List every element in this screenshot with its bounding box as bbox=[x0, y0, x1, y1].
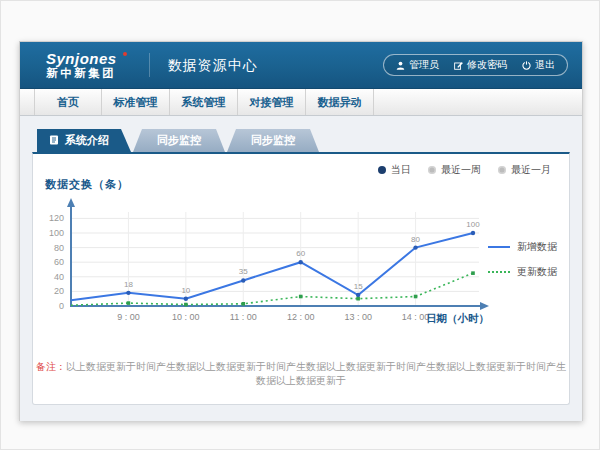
nav-item-interface-mgmt[interactable]: 对接管理 bbox=[238, 89, 306, 115]
brand-company: 新中新集团 bbox=[46, 67, 117, 79]
data-point bbox=[126, 291, 130, 295]
y-axis-arrow bbox=[67, 198, 75, 207]
data-point bbox=[356, 297, 360, 301]
x-tick-label: 11 : 00 bbox=[230, 312, 257, 322]
data-point-label: 18 bbox=[124, 280, 133, 289]
data-point bbox=[471, 271, 475, 275]
note-text: 以上数据更新于时间产生数据以上数据更新于时间产生数据以上数据更新于时间产生数据以… bbox=[66, 361, 566, 386]
tab-system-intro[interactable]: 系统介绍 bbox=[37, 129, 131, 152]
radio-option-last-month[interactable]: 最近一月 bbox=[498, 163, 551, 177]
line-chart: 0204060801001209 : 0010 : 0011 : 0012 : … bbox=[37, 192, 493, 344]
user-menu-label: 管理员 bbox=[409, 58, 439, 72]
legend-label: 新增数据 bbox=[517, 240, 557, 254]
user-icon bbox=[396, 61, 405, 70]
app-window: Synjones 新中新集团 数据资源中心 管理员 修改密码 bbox=[19, 41, 583, 421]
document-icon bbox=[49, 135, 59, 147]
data-point bbox=[241, 302, 245, 306]
radio-option-last-week[interactable]: 最近一周 bbox=[428, 163, 481, 177]
edit-icon bbox=[454, 61, 463, 70]
series-legend: 新增数据 更新数据 bbox=[488, 240, 557, 290]
app-title: 数据资源中心 bbox=[149, 53, 258, 77]
data-point-label: 35 bbox=[239, 267, 248, 276]
nav-item-system-mgmt[interactable]: 系统管理 bbox=[170, 89, 238, 115]
x-tick-label: 9 : 00 bbox=[117, 312, 140, 322]
tab-sync-monitor-2[interactable]: 同步监控 bbox=[227, 129, 319, 152]
data-point bbox=[414, 295, 418, 299]
tab-bar: 系统介绍 同步监控 同步监控 bbox=[32, 129, 570, 152]
radio-dot[interactable] bbox=[378, 166, 386, 174]
radio-label: 最近一月 bbox=[511, 163, 551, 177]
data-point-label: 100 bbox=[466, 220, 480, 229]
y-tick-label: 20 bbox=[54, 286, 64, 296]
y-tick-label: 0 bbox=[59, 301, 64, 311]
note-prefix: 备注： bbox=[36, 361, 66, 372]
radio-label: 当日 bbox=[391, 163, 411, 177]
radio-option-today[interactable]: 当日 bbox=[378, 163, 411, 177]
y-tick-label: 80 bbox=[54, 243, 64, 253]
content-area: 系统介绍 同步监控 同步监控 当日 最近一周 bbox=[20, 116, 582, 421]
data-point bbox=[356, 293, 360, 297]
user-menu-label: 退出 bbox=[535, 58, 555, 72]
user-menu-item-admin[interactable]: 管理员 bbox=[396, 58, 439, 72]
data-point-label: 15 bbox=[354, 282, 363, 291]
data-point bbox=[299, 295, 303, 299]
data-point bbox=[241, 278, 245, 282]
brand-name: Synjones bbox=[46, 51, 117, 67]
page-background: Synjones 新中新集团 数据资源中心 管理员 修改密码 bbox=[0, 0, 600, 450]
legend-swatch-solid-line bbox=[488, 246, 510, 248]
tab-label: 系统介绍 bbox=[65, 133, 109, 148]
data-point-label: 10 bbox=[181, 286, 190, 295]
tab-sync-monitor-1[interactable]: 同步监控 bbox=[133, 129, 225, 152]
chart-area: 0204060801001209 : 0010 : 0011 : 0012 : … bbox=[37, 192, 493, 344]
tab-label: 同步监控 bbox=[251, 133, 295, 148]
tab-label: 同步监控 bbox=[157, 133, 201, 148]
legend-swatch-dotted-line bbox=[488, 271, 510, 273]
data-point bbox=[471, 231, 475, 235]
x-axis-arrow bbox=[480, 302, 489, 310]
user-menu-item-password[interactable]: 修改密码 bbox=[454, 58, 507, 72]
user-menu: 管理员 修改密码 退出 bbox=[383, 54, 568, 76]
nav-item-home[interactable]: 首页 bbox=[34, 89, 102, 115]
power-icon bbox=[522, 61, 531, 70]
footer-note: 备注：以上数据更新于时间产生数据以上数据更新于时间产生数据以上数据更新于时间产生… bbox=[33, 360, 569, 388]
app-header: Synjones 新中新集团 数据资源中心 管理员 修改密码 bbox=[20, 42, 582, 89]
content-card: 当日 最近一周 最近一月 数据交换（条） 0204060801001209 : … bbox=[32, 152, 570, 405]
radio-dot[interactable] bbox=[428, 166, 436, 174]
nav-item-data-change[interactable]: 数据异动 bbox=[306, 89, 374, 115]
x-tick-label: 13 : 00 bbox=[344, 312, 372, 322]
y-tick-label: 100 bbox=[49, 228, 64, 238]
nav-item-standard-mgmt[interactable]: 标准管理 bbox=[102, 89, 170, 115]
data-point bbox=[127, 301, 131, 305]
brand-logo: Synjones 新中新集团 bbox=[46, 51, 133, 79]
x-tick-label: 12 : 00 bbox=[287, 312, 315, 322]
y-tick-label: 60 bbox=[54, 257, 64, 267]
logo-accent-dot bbox=[123, 52, 127, 56]
data-point bbox=[184, 303, 188, 307]
x-tick-label: 10 : 00 bbox=[172, 312, 200, 322]
legend-label: 更新数据 bbox=[517, 265, 557, 279]
time-range-controls: 当日 最近一周 最近一月 bbox=[378, 163, 551, 177]
main-nav: 首页 标准管理 系统管理 对接管理 数据异动 bbox=[20, 89, 582, 116]
legend-item-updated-data[interactable]: 更新数据 bbox=[488, 265, 557, 279]
x-axis-title: 日期（小时） bbox=[426, 312, 489, 325]
user-menu-label: 修改密码 bbox=[467, 58, 507, 72]
y-tick-label: 120 bbox=[49, 213, 64, 223]
radio-label: 最近一周 bbox=[441, 163, 481, 177]
data-point-label: 80 bbox=[411, 235, 420, 244]
y-axis-title: 数据交换（条） bbox=[45, 177, 129, 192]
user-menu-item-logout[interactable]: 退出 bbox=[522, 58, 555, 72]
data-point bbox=[413, 245, 417, 249]
data-point bbox=[299, 260, 303, 264]
data-point bbox=[184, 297, 188, 301]
radio-dot[interactable] bbox=[498, 166, 506, 174]
legend-item-new-data[interactable]: 新增数据 bbox=[488, 240, 557, 254]
series-line-dotted bbox=[71, 273, 473, 305]
y-tick-label: 40 bbox=[54, 272, 64, 282]
data-point-label: 60 bbox=[296, 249, 305, 258]
